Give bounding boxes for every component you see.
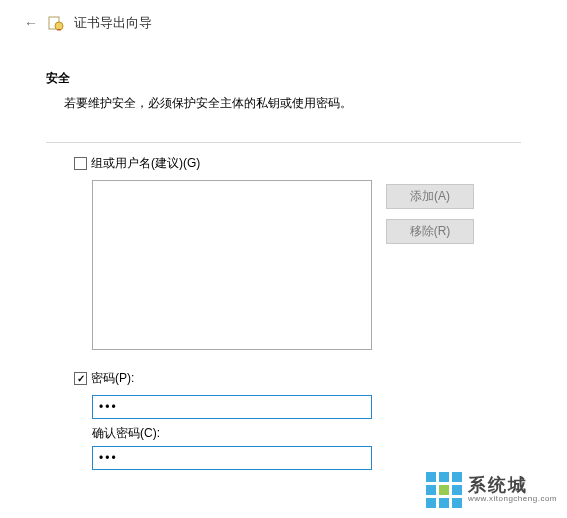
confirm-password-input[interactable]	[92, 446, 372, 470]
groups-checkbox[interactable]	[74, 157, 87, 170]
svg-point-1	[55, 22, 63, 30]
section-description: 若要维护安全，必须保护安全主体的私钥或使用密码。	[46, 95, 521, 112]
certificate-wizard-icon	[48, 15, 64, 31]
password-checkbox[interactable]	[74, 372, 87, 385]
groups-listbox[interactable]	[92, 180, 372, 350]
watermark-logo-icon	[426, 472, 462, 508]
remove-button[interactable]: 移除(R)	[386, 219, 474, 244]
divider	[46, 142, 521, 143]
watermark-text-cn: 系统城	[468, 476, 557, 495]
watermark: 系统城 www.xitongcheng.com	[426, 472, 557, 508]
password-checkbox-label: 密码(P):	[91, 370, 134, 387]
confirm-password-label: 确认密码(C):	[92, 425, 521, 442]
password-input[interactable]	[92, 395, 372, 419]
back-arrow-icon[interactable]: ←	[24, 15, 38, 31]
wizard-title: 证书导出向导	[74, 14, 152, 32]
watermark-text-en: www.xitongcheng.com	[468, 495, 557, 503]
add-button[interactable]: 添加(A)	[386, 184, 474, 209]
groups-checkbox-label: 组或用户名(建议)(G)	[91, 155, 200, 172]
section-heading: 安全	[46, 70, 521, 87]
